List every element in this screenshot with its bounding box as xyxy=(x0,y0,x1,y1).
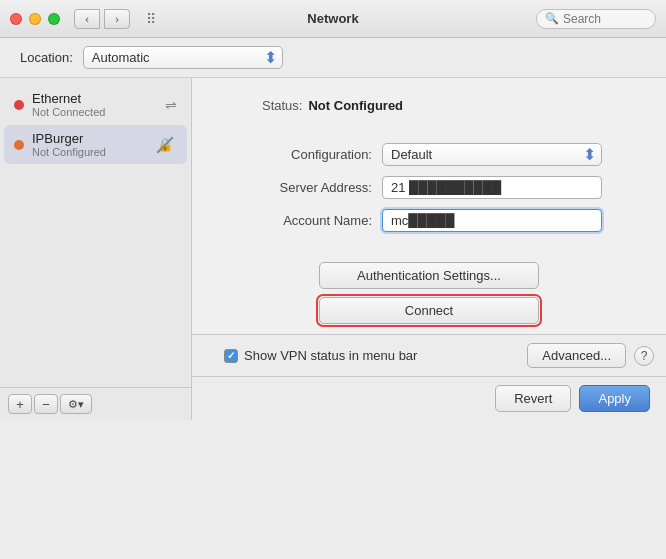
maximize-button[interactable] xyxy=(48,13,60,25)
body-wrap: Location: Automatic Custom ⬍ Ethernet No… xyxy=(0,38,666,420)
ipburger-text: IPBurger Not Configured xyxy=(32,131,149,158)
traffic-lights xyxy=(10,13,60,25)
status-value: Not Configured xyxy=(308,98,403,113)
ethernet-status-dot xyxy=(14,100,24,110)
add-network-button[interactable]: + xyxy=(8,394,32,414)
form-section: Configuration: Default ⬍ Server Address: xyxy=(222,143,636,232)
show-vpn-checkbox[interactable]: ✓ xyxy=(224,349,238,363)
titlebar: ‹ › ⠿ Network 🔍 xyxy=(0,0,666,38)
search-icon: 🔍 xyxy=(545,12,559,25)
bottom-bar: ✓ Show VPN status in menu bar Advanced..… xyxy=(192,334,666,376)
remove-network-button[interactable]: − xyxy=(34,394,58,414)
configuration-row: Configuration: Default ⬍ xyxy=(222,143,636,166)
revert-button[interactable]: Revert xyxy=(495,385,571,412)
checkbox-row: ✓ Show VPN status in menu bar xyxy=(204,348,527,363)
show-vpn-label: Show VPN status in menu bar xyxy=(244,348,417,363)
sidebar-list: Ethernet Not Connected ⇌ IPBurger Not Co… xyxy=(0,78,191,387)
ethernet-status: Not Connected xyxy=(32,106,161,118)
server-address-input[interactable] xyxy=(382,176,602,199)
location-label: Location: xyxy=(20,50,73,65)
configuration-select[interactable]: Default xyxy=(382,143,602,166)
location-select-wrap: Automatic Custom ⬍ xyxy=(83,46,283,69)
sidebar-footer: + − ⚙▾ xyxy=(0,387,191,420)
account-name-row: Account Name: xyxy=(222,209,636,232)
vpn-lock-icon-wrap: 🔒 xyxy=(153,133,177,157)
connect-button[interactable]: Connect xyxy=(319,297,539,324)
action-bar: Revert Apply xyxy=(192,376,666,420)
configuration-select-wrap: Default ⬍ xyxy=(382,143,602,166)
account-name-input[interactable] xyxy=(382,209,602,232)
navigation-buttons: ‹ › xyxy=(74,9,130,29)
configuration-label: Configuration: xyxy=(222,147,372,162)
location-select[interactable]: Automatic Custom xyxy=(83,46,283,69)
ethernet-arrows-icon: ⇌ xyxy=(165,97,177,113)
search-input[interactable] xyxy=(563,12,653,26)
minimize-button[interactable] xyxy=(29,13,41,25)
connect-button-wrap: Connect xyxy=(319,297,539,324)
content-split: Ethernet Not Connected ⇌ IPBurger Not Co… xyxy=(0,78,666,420)
auth-settings-button[interactable]: Authentication Settings... xyxy=(319,262,539,289)
ethernet-icons: ⇌ xyxy=(165,97,177,113)
close-button[interactable] xyxy=(10,13,22,25)
ipburger-name: IPBurger xyxy=(32,131,149,146)
ipburger-icons: 🔒 xyxy=(153,133,177,157)
account-name-label: Account Name: xyxy=(222,213,372,228)
main-panel: Status: Not Configured Configuration: De… xyxy=(192,78,666,334)
buttons-section: Authentication Settings... Connect xyxy=(222,262,636,324)
location-bar: Location: Automatic Custom ⬍ xyxy=(0,38,666,78)
window-title: Network xyxy=(307,11,358,26)
ipburger-status: Not Configured xyxy=(32,146,149,158)
sidebar-item-ipburger[interactable]: IPBurger Not Configured 🔒 xyxy=(4,125,187,164)
ethernet-text: Ethernet Not Connected xyxy=(32,91,161,118)
status-row: Status: Not Configured xyxy=(222,98,636,113)
server-address-row: Server Address: xyxy=(222,176,636,199)
ipburger-status-dot xyxy=(14,140,24,150)
sidebar: Ethernet Not Connected ⇌ IPBurger Not Co… xyxy=(0,78,192,420)
help-button[interactable]: ? xyxy=(634,346,654,366)
server-address-label: Server Address: xyxy=(222,180,372,195)
checkmark-icon: ✓ xyxy=(227,350,235,361)
search-bar[interactable]: 🔍 xyxy=(536,9,656,29)
grid-button[interactable]: ⠿ xyxy=(138,9,164,29)
apply-button[interactable]: Apply xyxy=(579,385,650,412)
back-button[interactable]: ‹ xyxy=(74,9,100,29)
sidebar-item-ethernet[interactable]: Ethernet Not Connected ⇌ xyxy=(4,85,187,124)
bottom-buttons: Advanced... ? xyxy=(527,343,654,368)
advanced-button[interactable]: Advanced... xyxy=(527,343,626,368)
forward-button[interactable]: › xyxy=(104,9,130,29)
right-panel: Status: Not Configured Configuration: De… xyxy=(192,78,666,420)
status-label: Status: xyxy=(262,98,302,113)
gear-menu-button[interactable]: ⚙▾ xyxy=(60,394,92,414)
ethernet-name: Ethernet xyxy=(32,91,161,106)
